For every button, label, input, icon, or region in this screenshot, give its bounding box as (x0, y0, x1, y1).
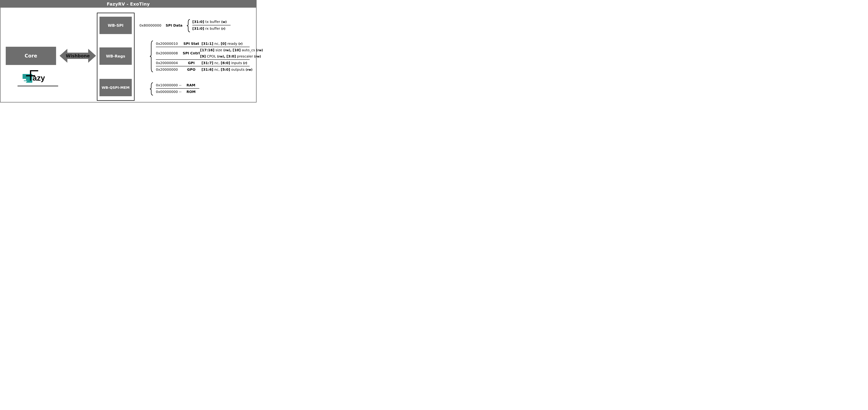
divider (156, 88, 199, 89)
logo-underline (18, 86, 58, 87)
spi-cntrl-bits1: [17:16] size (rw), [10] auto_cs (rw) (200, 48, 263, 52)
spi-data-rx: [31:0] rx buffer (r) (192, 26, 225, 31)
spi-data-tx: [31:0] tx buffer (w) (192, 20, 227, 24)
diagram-content: Core RV azy Wishbone WB-SP (1, 8, 256, 102)
brace-icon (186, 19, 191, 32)
wb-spi-block: WB-SPI (99, 17, 132, 34)
diagram-frame: FazyRV - ExoTiny Core RV azy Wish (0, 0, 256, 102)
spi-stat-row: 0x20000010 SPI Stat [31:1] nc, [0] ready… (156, 41, 243, 46)
divider (156, 66, 250, 66)
divider (156, 47, 250, 47)
diagram-title: FazyRV - ExoTiny (1, 1, 256, 8)
ram-row: 0x10000000 -- RAM (156, 83, 195, 87)
wishbone-label: Wishbone (60, 48, 96, 64)
fazyrv-logo: RV azy (23, 70, 53, 84)
spi-cntrl-bits2: [9] CPOL (rw), [3:0] prescaler (rw) (200, 54, 261, 58)
rom-row: 0x00000000 -- ROM (156, 90, 196, 94)
divider (192, 25, 230, 25)
wb-regs-block: WB-Regs (99, 48, 132, 65)
gpo-row: 0x20000000 GPO [31:6] nc, [5:0] outputs … (156, 67, 252, 71)
svg-text:azy: azy (33, 74, 45, 82)
gpi-row: 0x20000004 GPI [31:7] nc, [6:0] inputs (… (156, 61, 247, 65)
wishbone-arrow: Wishbone (60, 48, 96, 64)
brace-icon (149, 82, 154, 95)
brace-icon (149, 40, 154, 72)
wb-qspi-mem-block: WB-QSPI-MEM (99, 79, 132, 96)
core-block: Core (6, 47, 56, 65)
spi-cntrl-row: 0x20000008 SPI Cntrl (156, 51, 200, 55)
svg-text:RV: RV (24, 80, 27, 83)
spi-data-addr: 0x80000000 SPI Data (140, 23, 182, 27)
divider (156, 59, 250, 60)
